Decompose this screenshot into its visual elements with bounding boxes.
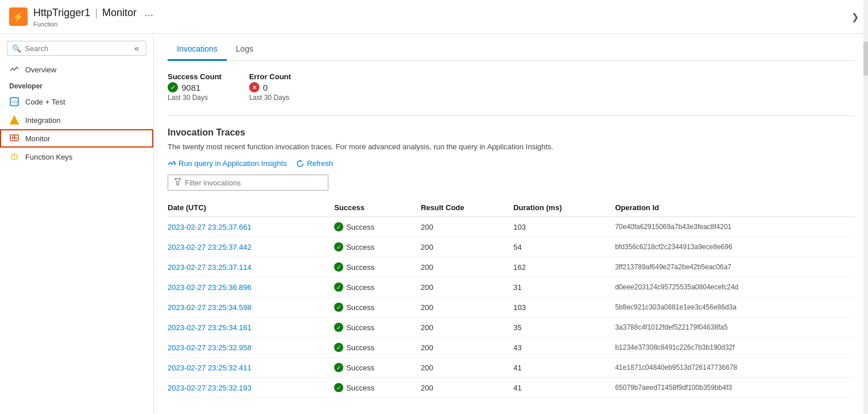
cell-duration: 35 — [513, 318, 615, 338]
cell-result-code: 200 — [421, 257, 513, 277]
invocations-table: Date (UTC) Success Result Code Duration … — [168, 199, 854, 398]
search-box[interactable]: 🔍 « — [7, 41, 146, 56]
sidebar-item-function-keys[interactable]: Function Keys — [0, 148, 153, 166]
success-check-icon — [334, 363, 343, 372]
success-label: Success — [346, 363, 374, 372]
cell-duration: 103 — [513, 217, 615, 237]
cell-operation-id: 65079b7aeed71458f9df100b359bb4f3 — [615, 378, 854, 398]
refresh-icon — [296, 160, 304, 168]
cell-date: 2023-02-27 23:25:37.114 — [168, 257, 334, 277]
table-row: 2023-02-27 23:25:34.598Success2001035b8e… — [168, 297, 854, 318]
cell-operation-id: 3a3788c4f1012fdef522179f04638fa5 — [615, 318, 854, 338]
cell-success: Success — [334, 297, 421, 318]
expand-button[interactable]: ❯ — [851, 11, 859, 22]
svg-rect-6 — [16, 137, 17, 139]
sidebar-item-overview[interactable]: Overview — [0, 60, 153, 79]
cell-result-code: 200 — [421, 237, 513, 257]
collapse-button[interactable]: « — [132, 44, 141, 53]
success-label: Success — [346, 343, 374, 352]
success-count-block: Success Count 9081 Last 30 Days — [168, 72, 222, 102]
search-input[interactable] — [25, 44, 129, 53]
cell-success: Success — [334, 277, 421, 297]
table-row: 2023-02-27 23:25:34.161Success200353a378… — [168, 318, 854, 338]
error-count-value: 0 — [249, 82, 291, 92]
cell-success: Success — [334, 358, 421, 378]
success-check-icon — [334, 323, 343, 332]
sidebar-item-label: Integration — [25, 116, 60, 125]
error-count-label: Error Count — [249, 72, 291, 81]
date-link[interactable]: 2023-02-27 23:25:32.411 — [168, 363, 251, 372]
date-link[interactable]: 2023-02-27 23:25:37.442 — [168, 243, 251, 252]
run-query-label: Run query in Application Insights — [179, 159, 287, 168]
date-link[interactable]: 2023-02-27 23:25:37.114 — [168, 263, 251, 272]
sidebar-item-integration[interactable]: Integration — [0, 111, 153, 129]
date-link[interactable]: 2023-02-27 23:25:37.661 — [168, 223, 251, 231]
success-check-icon — [334, 242, 343, 252]
cell-result-code: 200 — [421, 358, 513, 378]
cell-success: Success — [334, 318, 421, 338]
cell-success: Success — [334, 237, 421, 257]
date-link[interactable]: 2023-02-27 23:25:36.896 — [168, 283, 251, 292]
svg-text:</>: </> — [11, 99, 18, 105]
col-duration: Duration (ms) — [513, 199, 615, 217]
table-body: 2023-02-27 23:25:37.661Success20010370e4… — [168, 217, 854, 398]
success-label: Success — [346, 223, 374, 231]
success-check-icon — [334, 383, 343, 392]
tab-invocations[interactable]: Invocations — [168, 38, 227, 61]
cell-date: 2023-02-27 23:25:32.411 — [168, 358, 334, 378]
success-count-number: 9081 — [181, 83, 200, 92]
cell-success: Success — [334, 378, 421, 398]
error-count-block: Error Count 0 Last 30 Days — [249, 72, 291, 102]
run-query-icon — [168, 160, 176, 168]
success-count-value: 9081 — [168, 82, 222, 92]
tab-logs[interactable]: Logs — [227, 38, 262, 61]
metrics-row: Success Count 9081 Last 30 Days Error Co… — [168, 72, 854, 102]
sidebar-item-code-test[interactable]: </> Code + Test — [0, 92, 153, 111]
date-link[interactable]: 2023-02-27 23:25:32.958 — [168, 343, 251, 352]
top-bar: ⚡ HttpTrigger1 | Monitor ... Function ❯ — [0, 0, 868, 34]
cell-result-code: 200 — [421, 318, 513, 338]
sidebar-section-developer: Developer — [0, 79, 153, 92]
cell-operation-id: bfd356c6218cf2c2344913a9ece8e696 — [615, 237, 854, 257]
table-row: 2023-02-27 23:25:32.958Success20043b1234… — [168, 338, 854, 358]
date-link[interactable]: 2023-02-27 23:25:34.598 — [168, 303, 251, 312]
svg-rect-5 — [14, 136, 15, 139]
sidebar-item-label: Overview — [25, 65, 56, 74]
scrollbar-thumb[interactable] — [863, 41, 868, 76]
refresh-button[interactable]: Refresh — [296, 159, 334, 168]
success-label: Success — [346, 243, 374, 252]
date-link[interactable]: 2023-02-27 23:25:32.193 — [168, 384, 251, 392]
run-query-button[interactable]: Run query in Application Insights — [168, 159, 287, 168]
content-area: Invocations Logs Success Count 9081 Last… — [154, 34, 868, 414]
success-check-icon — [334, 343, 343, 352]
svg-rect-4 — [12, 137, 13, 139]
success-label: Success — [346, 303, 374, 312]
cell-operation-id: 70e40fa62915069a7b43e3feac8f4201 — [615, 217, 854, 237]
action-bar: Run query in Application Insights Refres… — [168, 159, 854, 168]
integration-icon — [9, 115, 20, 125]
success-check-icon — [334, 222, 343, 231]
sidebar-item-label: Monitor — [25, 134, 50, 143]
date-link[interactable]: 2023-02-27 23:25:34.161 — [168, 323, 251, 332]
cell-success: Success — [334, 338, 421, 358]
col-date: Date (UTC) — [168, 199, 334, 217]
cell-date: 2023-02-27 23:25:32.193 — [168, 378, 334, 398]
cell-duration: 41 — [513, 378, 615, 398]
cell-date: 2023-02-27 23:25:36.896 — [168, 277, 334, 297]
cell-duration: 162 — [513, 257, 615, 277]
code-test-icon: </> — [9, 96, 20, 107]
cell-duration: 103 — [513, 297, 615, 318]
col-result-code: Result Code — [421, 199, 513, 217]
ellipsis-button[interactable]: ... — [141, 6, 157, 20]
filter-input[interactable] — [185, 179, 322, 187]
section-description: The twenty most recent function invocati… — [168, 142, 854, 151]
filter-box[interactable] — [168, 175, 328, 191]
error-count-number: 0 — [263, 83, 268, 92]
tabs-bar: Invocations Logs — [168, 34, 854, 61]
cell-result-code: 200 — [421, 277, 513, 297]
sidebar-item-monitor[interactable]: Monitor — [0, 129, 153, 148]
sidebar-item-label: Code + Test — [25, 98, 65, 106]
page-title: Monitor — [102, 7, 137, 19]
success-check-icon — [168, 82, 178, 92]
col-success: Success — [334, 199, 421, 217]
